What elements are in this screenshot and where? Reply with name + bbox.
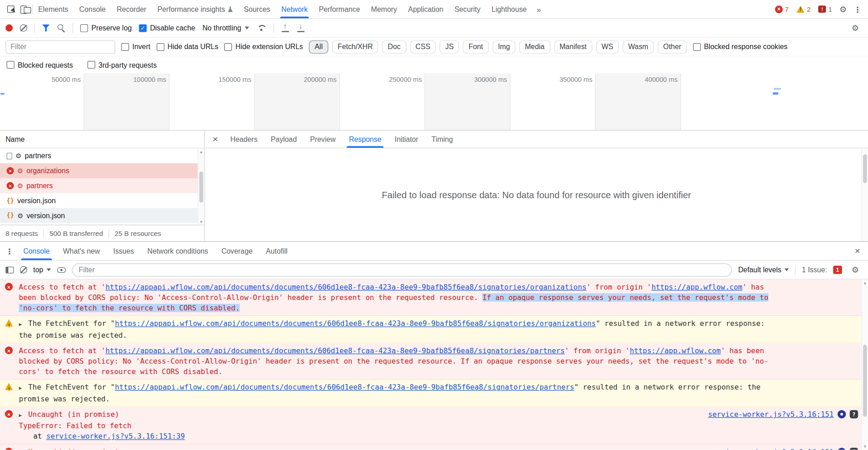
filter-type-js[interactable]: JS bbox=[440, 40, 459, 53]
invert-checkbox[interactable]: Invert bbox=[121, 43, 151, 51]
console-scrollbar[interactable] bbox=[861, 280, 868, 450]
tab-sources[interactable]: Sources bbox=[238, 0, 276, 18]
request-list-scrollbar[interactable] bbox=[198, 148, 205, 225]
scrollbar-thumb[interactable] bbox=[863, 345, 867, 417]
preserve-log-checkbox[interactable]: Preserve log bbox=[80, 24, 132, 32]
tab-elements[interactable]: Elements bbox=[33, 0, 74, 18]
hide-data-urls-checkbox[interactable]: Hide data URLs bbox=[156, 43, 218, 51]
source-location-link[interactable]: service-worker.js?v5.3.16:151 bbox=[708, 447, 833, 450]
close-drawer-icon[interactable] bbox=[849, 242, 866, 260]
scroll-up-arrow[interactable] bbox=[862, 280, 868, 286]
filter-type-css[interactable]: CSS bbox=[410, 40, 436, 53]
console-warning-message[interactable]: The FetchEvent for "https://appapi.wflow… bbox=[0, 380, 868, 407]
console-error-message[interactable]: Uncaught (in promise) TypeError: Failed … bbox=[0, 407, 868, 445]
record-network-log-icon[interactable] bbox=[5, 25, 13, 32]
filter-type-wasm[interactable]: Wasm bbox=[622, 40, 654, 53]
request-url-link[interactable]: https://appapi.wflow.com/api/documents/d… bbox=[115, 383, 574, 391]
settings-gear-icon[interactable] bbox=[836, 2, 850, 16]
tab-timing[interactable]: Timing bbox=[425, 130, 460, 148]
console-error-message[interactable]: Access to fetch at 'https://appapi.wflow… bbox=[0, 343, 868, 380]
third-party-requests-checkbox[interactable]: 3rd-party requests bbox=[87, 60, 157, 69]
toggle-device-toolbar-button[interactable] bbox=[18, 2, 32, 16]
console-settings-gear-icon[interactable] bbox=[848, 263, 863, 277]
filter-type-ws[interactable]: WS bbox=[596, 40, 619, 53]
help-icon[interactable] bbox=[850, 410, 858, 418]
scroll-up-arrow[interactable] bbox=[198, 148, 204, 155]
tab-console[interactable]: Console bbox=[74, 0, 111, 18]
tab-memory[interactable]: Memory bbox=[366, 0, 403, 18]
tab-lighthouse[interactable]: Lighthouse bbox=[486, 0, 532, 18]
name-column-header[interactable]: Name bbox=[0, 130, 204, 148]
filter-type-font[interactable]: Font bbox=[463, 40, 488, 53]
drawer-tab-network-conditions[interactable]: Network conditions bbox=[140, 242, 215, 260]
tab-response[interactable]: Response bbox=[342, 130, 388, 148]
ai-explain-icon[interactable] bbox=[838, 410, 846, 418]
console-filter-input[interactable] bbox=[72, 263, 732, 276]
filter-funnel-icon[interactable] bbox=[42, 25, 50, 32]
tab-preview[interactable]: Preview bbox=[303, 130, 342, 148]
tab-initiator[interactable]: Initiator bbox=[388, 130, 425, 148]
tab-network[interactable]: Network bbox=[276, 0, 313, 18]
origin-url-link[interactable]: https://app.wflow.com bbox=[652, 283, 743, 291]
clear-console-icon[interactable] bbox=[20, 266, 27, 274]
close-details-icon[interactable] bbox=[207, 130, 224, 148]
tab-recorder[interactable]: Recorder bbox=[111, 0, 152, 18]
log-levels-dropdown[interactable]: Default levels bbox=[738, 265, 789, 274]
drawer-tab-autofill[interactable]: Autofill bbox=[259, 242, 294, 260]
filter-type-other[interactable]: Other bbox=[657, 40, 687, 53]
tab-security[interactable]: Security bbox=[449, 0, 486, 18]
tab-performance-insights[interactable]: Performance insights bbox=[152, 0, 238, 18]
expand-arrow-icon[interactable] bbox=[19, 382, 25, 394]
kebab-menu-icon[interactable] bbox=[850, 2, 865, 16]
scrollbar-thumb[interactable] bbox=[199, 171, 203, 202]
console-error-message[interactable]: Access to fetch at 'https://appapi.wflow… bbox=[0, 280, 868, 316]
filter-type-doc[interactable]: Doc bbox=[382, 40, 406, 53]
blocked-requests-checkbox[interactable]: Blocked requests bbox=[7, 60, 73, 69]
filter-type-fetch-xhr[interactable]: Fetch/XHR bbox=[332, 40, 378, 53]
scrollbar-thumb[interactable] bbox=[863, 155, 867, 183]
disable-cache-checkbox[interactable]: Disable cache bbox=[139, 24, 196, 32]
expand-arrow-icon[interactable] bbox=[19, 318, 25, 330]
inspect-element-button[interactable] bbox=[3, 2, 18, 16]
issue-count-badge[interactable]: 1 bbox=[818, 5, 832, 13]
request-url-link[interactable]: https://appapi.wflow.com/api/documents/d… bbox=[115, 319, 596, 327]
stack-frame-link[interactable]: service-worker.js?v5.3.16:151:39 bbox=[46, 432, 185, 440]
network-settings-gear-icon[interactable] bbox=[848, 21, 863, 35]
tab-performance[interactable]: Performance bbox=[313, 0, 366, 18]
drawer-tab-whats-new[interactable]: What's new bbox=[56, 242, 107, 260]
execution-context-dropdown[interactable]: top bbox=[33, 265, 51, 274]
scroll-down-arrow[interactable] bbox=[198, 218, 204, 225]
drawer-menu-icon[interactable] bbox=[2, 244, 17, 258]
details-scrollbar[interactable] bbox=[861, 149, 868, 241]
filter-type-media[interactable]: Media bbox=[519, 40, 550, 53]
request-row[interactable]: version.json bbox=[0, 193, 204, 208]
filter-type-img[interactable]: Img bbox=[492, 40, 516, 53]
expand-arrow-icon[interactable] bbox=[19, 409, 25, 421]
network-conditions-icon[interactable] bbox=[256, 25, 266, 32]
export-har-icon[interactable] bbox=[296, 24, 305, 32]
network-filter-input[interactable] bbox=[5, 40, 115, 53]
tab-headers[interactable]: Headers bbox=[224, 130, 264, 148]
error-count-badge[interactable]: 7 bbox=[775, 5, 788, 13]
request-url-link[interactable]: https://appapi.wflow.com/api/documents/d… bbox=[105, 346, 565, 355]
request-row-selected[interactable]: organizations bbox=[0, 163, 204, 178]
request-row[interactable]: version.json bbox=[0, 208, 204, 223]
warning-count-badge[interactable]: 2 bbox=[797, 5, 811, 13]
throttling-dropdown[interactable]: No throttling bbox=[202, 24, 249, 32]
request-url-link[interactable]: https://appapi.wflow.com/api/documents/d… bbox=[105, 283, 587, 291]
drawer-tab-coverage[interactable]: Coverage bbox=[215, 242, 259, 260]
request-row[interactable]: partners bbox=[0, 148, 204, 163]
scroll-down-arrow[interactable] bbox=[862, 443, 868, 450]
search-icon[interactable] bbox=[57, 24, 65, 32]
issues-counter-label[interactable]: 1 Issue: bbox=[802, 265, 827, 274]
tab-payload[interactable]: Payload bbox=[264, 130, 303, 148]
network-overview-timeline[interactable]: 50000 ms 100000 ms 150000 ms 200000 ms 2… bbox=[0, 73, 868, 131]
drawer-tab-console[interactable]: Console bbox=[17, 242, 56, 260]
expand-arrow-icon[interactable] bbox=[19, 447, 25, 450]
ai-explain-icon[interactable] bbox=[838, 448, 846, 450]
issues-counter-badge[interactable]: 1 bbox=[833, 265, 842, 274]
request-row[interactable]: partners bbox=[0, 178, 204, 193]
import-har-icon[interactable] bbox=[281, 24, 289, 32]
help-icon[interactable] bbox=[850, 448, 858, 450]
filter-type-all[interactable]: All bbox=[309, 40, 328, 53]
